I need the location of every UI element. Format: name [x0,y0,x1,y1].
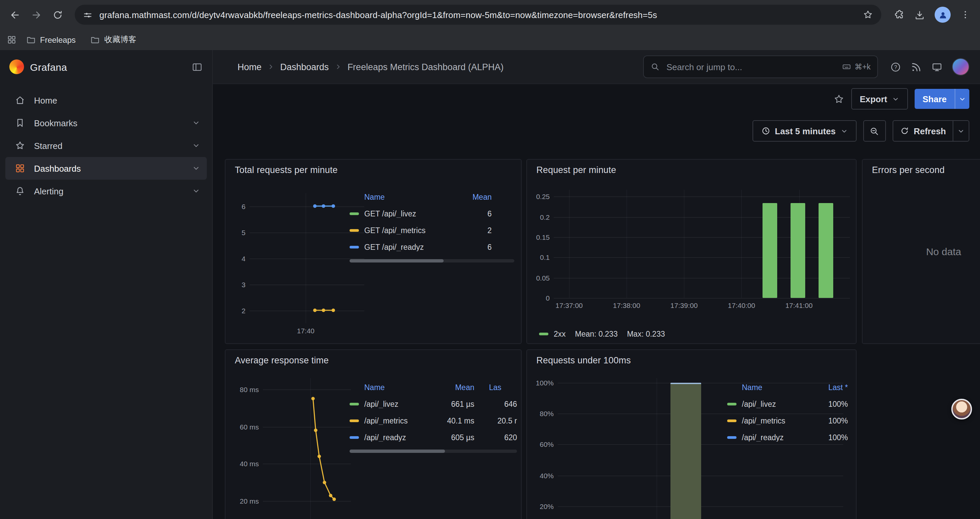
x-tick-label: 17:40:00 [728,301,755,309]
legend-row[interactable]: /api/_readyz 100% [727,429,848,446]
x-tick-label: 17:39:00 [670,301,698,309]
legend-header-mean[interactable]: Mean [445,193,492,201]
forward-button[interactable] [27,5,45,24]
brand-name: Grafana [30,61,67,72]
series-name[interactable]: GET /api/_readyz [364,243,445,251]
timeseries-chart: 65432 17:40 [231,193,364,335]
legend-header-name[interactable]: Name [364,383,428,391]
sidebar-item-label: Bookmarks [34,118,183,128]
profile-avatar[interactable] [935,7,951,23]
monitor-icon[interactable] [931,61,943,72]
bookmark-star-icon[interactable] [862,10,873,20]
grafana-logo-icon[interactable] [10,59,24,74]
chevron-down-icon[interactable] [192,142,200,150]
legend-header-name[interactable]: Name [364,193,445,201]
chevron-down-icon[interactable] [192,187,200,195]
back-button[interactable] [5,5,24,24]
panel-title[interactable]: Request per minute [527,160,856,175]
sidebar-item-starred[interactable]: Starred [5,134,207,157]
chart-bar [791,203,805,298]
chevron-down-icon[interactable] [192,164,200,172]
series-name[interactable]: /api/_metrics [742,417,808,425]
y-axis: 100%80%60%40%20%0% [531,378,558,519]
legend-header-name[interactable]: Name [742,383,808,391]
legend-header-last[interactable]: Las [474,383,517,391]
legend-row[interactable]: /api/_metrics 100% [727,412,848,429]
y-tick-label: 0.1 [540,253,550,262]
sidebar-item-dashboards[interactable]: Dashboards [5,157,207,180]
apps-grid-icon[interactable] [7,35,17,45]
sidebar-item-home[interactable]: Home [5,89,207,112]
gridline [657,378,657,519]
breadcrumb-home[interactable]: Home [237,62,261,72]
url-text[interactable]: grafana.mathmast.com/d/deytv4rwavabkb/fr… [99,10,856,20]
series-name[interactable]: /api/_metrics [364,417,428,425]
legend-row[interactable]: /api/_livez 100% [727,395,848,412]
sidebar-collapse-icon[interactable] [191,61,203,72]
series-max: Max: 0.233 [627,330,665,338]
legend-row[interactable]: /api/_livez 661 µs 646 [350,395,517,412]
series-marker [350,229,359,232]
scrollbar-thumb[interactable] [350,259,444,262]
series-name[interactable]: /api/_livez [364,400,428,408]
reload-button[interactable] [48,5,67,24]
legend-row[interactable]: /api/_readyz 605 µs 620 [350,429,517,446]
chart-plot-area[interactable] [263,378,351,519]
chevron-down-icon[interactable] [192,119,200,127]
y-tick-label: 60 ms [240,422,259,431]
x-tick-label: 17:37:00 [555,301,583,309]
panel-title[interactable]: Requests under 100ms [527,350,856,366]
favorite-star-button[interactable] [833,93,844,105]
export-button[interactable]: Export [851,88,908,110]
legend-row[interactable]: /api/_metrics 40.1 ms 20.5 r [350,412,517,429]
panel-title[interactable]: Average response time [226,350,521,366]
search-box[interactable]: ⌘+k [643,56,878,78]
time-range-picker[interactable]: Last 5 minutes [752,120,856,142]
sidebar-item-alerting[interactable]: Alerting [5,180,207,203]
help-icon[interactable]: ? [890,61,901,72]
series-name[interactable]: 2xx [554,330,566,338]
legend-row[interactable]: GET /api/_metrics 2 [350,222,514,238]
search-input[interactable] [665,61,837,72]
bookmarks-bar: Freeleaps 收藏博客 [0,29,980,51]
refresh-interval-button[interactable] [953,121,969,141]
share-button[interactable]: Share [915,89,955,109]
main-area: Home Dashboards Freeleaps Metrics Dashbo… [213,50,980,519]
news-rss-icon[interactable] [911,61,922,72]
bookmark-item[interactable]: 收藏博客 [85,32,142,48]
time-controls: Last 5 minutes Refresh [213,113,980,143]
chevron-right-icon [334,63,342,71]
legend-row[interactable]: GET /api/_livez 6 [350,205,514,222]
floating-assistant-avatar[interactable] [951,399,972,420]
zoom-out-button[interactable] [863,120,886,142]
series-name[interactable]: GET /api/_metrics [364,226,445,234]
extensions-icon[interactable] [893,9,905,21]
series-mean: 40.1 ms [428,417,474,425]
series-name[interactable]: GET /api/_livez [364,209,445,217]
chevron-right-icon [267,63,275,71]
share-menu-button[interactable] [955,89,969,109]
legend-header-last[interactable]: Last * [808,383,848,391]
x-axis: 17:37:0017:38:0017:39:0017:40:0017:41:00 [554,299,850,310]
zoom-out-icon [869,126,879,136]
chart-plot-area[interactable] [554,190,850,298]
legend-row[interactable]: GET /api/_readyz 6 [350,238,514,255]
sidebar-item-bookmarks[interactable]: Bookmarks [5,112,207,134]
legend-header-mean[interactable]: Mean [428,383,474,391]
panel-title[interactable]: Total requests per minute [226,160,521,175]
scrollbar-thumb[interactable] [350,450,445,453]
chart-plot-area[interactable] [250,193,364,323]
legend-scrollbar[interactable] [350,450,517,453]
url-bar[interactable]: grafana.mathmast.com/d/deytv4rwavabkb/fr… [75,5,881,25]
series-name[interactable]: /api/_livez [742,400,808,408]
breadcrumb-dashboards[interactable]: Dashboards [280,62,329,72]
site-settings-icon[interactable] [83,10,93,20]
series-name[interactable]: /api/_readyz [742,433,808,441]
browser-menu-icon[interactable] [960,10,970,20]
user-avatar[interactable] [952,58,969,75]
downloads-icon[interactable] [914,9,925,21]
series-name[interactable]: /api/_readyz [364,433,428,441]
bookmark-item[interactable]: Freeleaps [21,33,81,47]
legend-scrollbar[interactable] [350,259,514,262]
refresh-button[interactable]: Refresh [893,121,953,141]
